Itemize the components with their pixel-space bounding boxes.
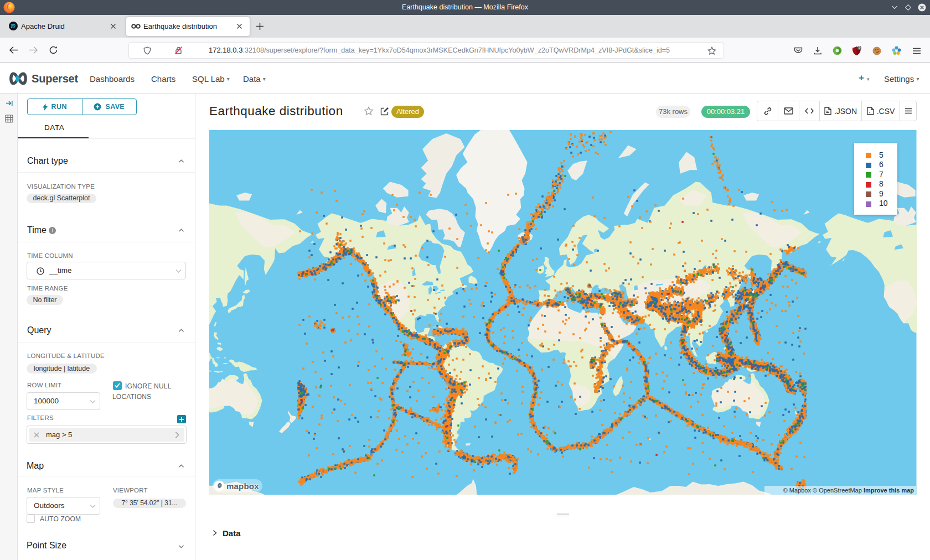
svg-text:2: 2 [859, 46, 861, 50]
svg-text:x: x [869, 111, 870, 114]
